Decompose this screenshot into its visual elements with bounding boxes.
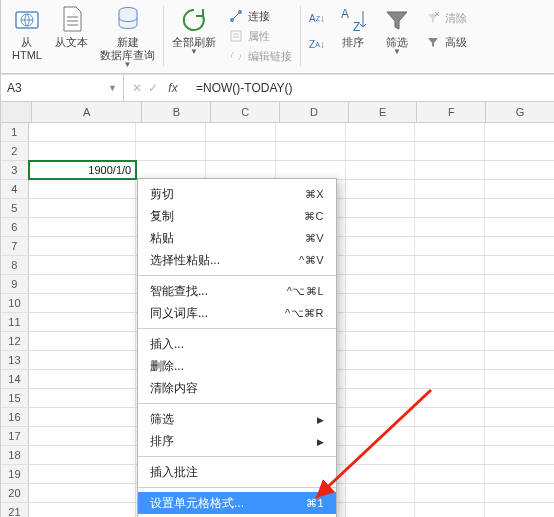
cell[interactable] bbox=[485, 199, 554, 217]
cell[interactable] bbox=[346, 237, 416, 255]
cell[interactable] bbox=[346, 484, 416, 502]
cell[interactable] bbox=[485, 161, 554, 179]
cell[interactable] bbox=[485, 332, 554, 350]
cell[interactable] bbox=[29, 389, 136, 407]
row-header[interactable]: 11 bbox=[1, 313, 29, 331]
cell[interactable] bbox=[29, 332, 136, 350]
cell[interactable] bbox=[136, 142, 206, 160]
cell[interactable] bbox=[346, 199, 416, 217]
cell[interactable] bbox=[29, 294, 136, 312]
col-header-C[interactable]: C bbox=[211, 102, 280, 122]
edit-links-button[interactable]: 编辑链接 bbox=[228, 46, 292, 66]
row-header[interactable]: 10 bbox=[1, 294, 29, 312]
menu-clear-contents[interactable]: 清除内容 bbox=[138, 377, 336, 399]
cell[interactable] bbox=[415, 408, 485, 426]
cell[interactable] bbox=[485, 465, 554, 483]
row-header[interactable]: 6 bbox=[1, 218, 29, 236]
cell[interactable] bbox=[346, 123, 416, 141]
cell[interactable] bbox=[415, 180, 485, 198]
properties-button[interactable]: 属性 bbox=[228, 26, 270, 46]
cell[interactable] bbox=[485, 142, 554, 160]
cell[interactable] bbox=[346, 503, 416, 517]
cell[interactable] bbox=[346, 218, 416, 236]
menu-cut[interactable]: 剪切⌘X bbox=[138, 183, 336, 205]
cell[interactable] bbox=[415, 256, 485, 274]
cell[interactable] bbox=[415, 313, 485, 331]
cell[interactable] bbox=[29, 313, 136, 331]
menu-paste[interactable]: 粘贴⌘V bbox=[138, 227, 336, 249]
cell[interactable] bbox=[415, 161, 485, 179]
cell[interactable] bbox=[346, 275, 416, 293]
col-header-D[interactable]: D bbox=[280, 102, 349, 122]
cell[interactable] bbox=[485, 313, 554, 331]
cell[interactable] bbox=[415, 351, 485, 369]
cell[interactable] bbox=[346, 256, 416, 274]
row-header[interactable]: 13 bbox=[1, 351, 29, 369]
accept-formula-icon[interactable]: ✓ bbox=[148, 81, 158, 95]
cell[interactable] bbox=[415, 465, 485, 483]
sort-button[interactable]: AZ 排序 bbox=[331, 2, 375, 72]
cell[interactable] bbox=[29, 408, 136, 426]
cell[interactable] bbox=[485, 294, 554, 312]
menu-thesaurus[interactable]: 同义词库...^⌥⌘R bbox=[138, 302, 336, 324]
cell[interactable] bbox=[206, 161, 276, 179]
cancel-formula-icon[interactable]: ✕ bbox=[132, 81, 142, 95]
from-text-button[interactable]: 从文本 bbox=[49, 2, 94, 72]
cell[interactable] bbox=[485, 237, 554, 255]
row-header[interactable]: 3 bbox=[1, 161, 29, 179]
cell[interactable] bbox=[485, 180, 554, 198]
cell[interactable] bbox=[29, 180, 136, 198]
cell[interactable] bbox=[29, 218, 136, 236]
cell[interactable] bbox=[29, 484, 136, 502]
col-header-B[interactable]: B bbox=[142, 102, 211, 122]
cell[interactable] bbox=[29, 427, 136, 445]
menu-paste-special[interactable]: 选择性粘贴...^⌘V bbox=[138, 249, 336, 271]
cell[interactable] bbox=[29, 142, 136, 160]
cell[interactable] bbox=[415, 142, 485, 160]
cell[interactable] bbox=[415, 370, 485, 388]
row-header[interactable]: 20 bbox=[1, 484, 29, 502]
sort-desc-button[interactable]: ZA↓ bbox=[309, 34, 325, 54]
cell[interactable] bbox=[415, 427, 485, 445]
menu-sort-sub[interactable]: 排序 bbox=[138, 430, 336, 452]
row-header[interactable]: 5 bbox=[1, 199, 29, 217]
cell[interactable] bbox=[346, 465, 416, 483]
cell[interactable] bbox=[415, 218, 485, 236]
row-header[interactable]: 19 bbox=[1, 465, 29, 483]
cell[interactable] bbox=[29, 351, 136, 369]
col-header-G[interactable]: G bbox=[486, 102, 554, 122]
cell[interactable] bbox=[29, 446, 136, 464]
cell[interactable]: 1900/1/0 bbox=[29, 161, 136, 179]
cell[interactable] bbox=[485, 370, 554, 388]
cell[interactable] bbox=[346, 446, 416, 464]
cell[interactable] bbox=[136, 161, 206, 179]
cell[interactable] bbox=[346, 142, 416, 160]
menu-insert-comment[interactable]: 插入批注 bbox=[138, 461, 336, 483]
cell[interactable] bbox=[346, 180, 416, 198]
cell[interactable] bbox=[415, 275, 485, 293]
cell[interactable] bbox=[136, 123, 206, 141]
row-header[interactable]: 15 bbox=[1, 389, 29, 407]
formula-input[interactable]: =NOW()-TODAY() bbox=[190, 81, 554, 95]
cell[interactable] bbox=[415, 237, 485, 255]
row-header[interactable]: 12 bbox=[1, 332, 29, 350]
cell[interactable] bbox=[485, 446, 554, 464]
cell[interactable] bbox=[485, 351, 554, 369]
filter-button[interactable]: 筛选 ▼ bbox=[375, 2, 419, 72]
cell[interactable] bbox=[29, 503, 136, 517]
select-all-corner[interactable] bbox=[1, 102, 32, 122]
refresh-all-button[interactable]: 全部刷新 ▼ bbox=[166, 2, 222, 72]
row-header[interactable]: 14 bbox=[1, 370, 29, 388]
cell[interactable] bbox=[485, 408, 554, 426]
cell[interactable] bbox=[29, 275, 136, 293]
row-header[interactable]: 7 bbox=[1, 237, 29, 255]
cell[interactable] bbox=[485, 427, 554, 445]
cell[interactable] bbox=[29, 199, 136, 217]
row-header[interactable]: 1 bbox=[1, 123, 29, 141]
cell[interactable] bbox=[415, 389, 485, 407]
row-header[interactable]: 2 bbox=[1, 142, 29, 160]
cell[interactable] bbox=[29, 465, 136, 483]
cell[interactable] bbox=[346, 332, 416, 350]
row-header[interactable]: 21 bbox=[1, 503, 29, 517]
row-header[interactable]: 4 bbox=[1, 180, 29, 198]
